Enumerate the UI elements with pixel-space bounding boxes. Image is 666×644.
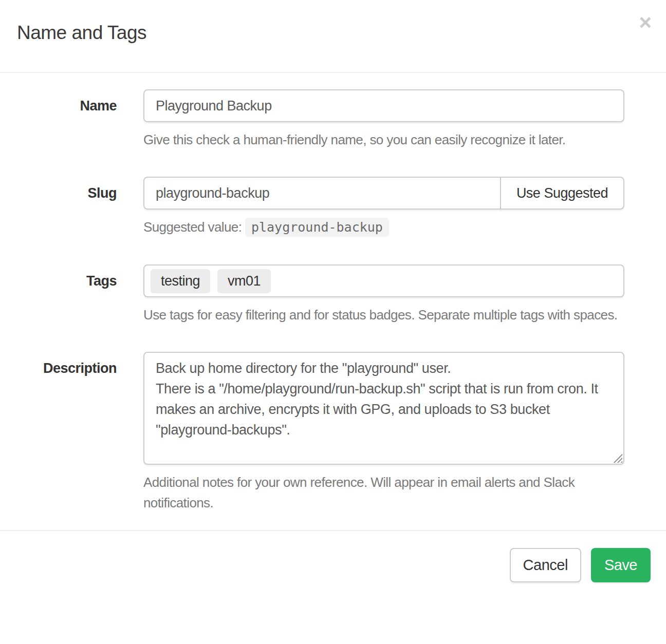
- description-help-text: Additional notes for your own reference.…: [143, 472, 624, 513]
- modal-footer: Cancel Save: [0, 530, 666, 598]
- suggested-value-chip: playground-backup: [245, 218, 389, 237]
- slug-input[interactable]: [143, 177, 501, 210]
- modal-title: Name and Tags: [17, 23, 645, 43]
- suggested-value-prefix: Suggested value:: [143, 219, 242, 235]
- close-icon[interactable]: ×: [639, 13, 652, 32]
- slug-help-text: Suggested value: playground-backup: [143, 217, 624, 238]
- tags-label: Tags: [21, 264, 117, 289]
- tag-pill[interactable]: testing: [151, 269, 210, 293]
- modal-body: Name Give this check a human-friendly na…: [0, 73, 666, 530]
- name-label: Name: [21, 89, 117, 114]
- tags-field-group: Tags testing vm01 Use tags for easy filt…: [21, 264, 645, 325]
- save-button[interactable]: Save: [591, 548, 651, 582]
- name-help-text: Give this check a human-friendly name, s…: [143, 129, 624, 150]
- cancel-button[interactable]: Cancel: [510, 548, 581, 582]
- slug-label: Slug: [21, 177, 117, 201]
- name-input[interactable]: [143, 89, 624, 122]
- tag-pill[interactable]: vm01: [217, 269, 271, 293]
- tags-input[interactable]: testing vm01: [143, 264, 624, 297]
- use-suggested-button[interactable]: Use Suggested: [500, 177, 624, 210]
- modal-header: Name and Tags ×: [0, 0, 666, 73]
- description-textarea[interactable]: Back up home directory for the "playgrou…: [143, 352, 624, 465]
- description-label: Description: [21, 352, 117, 376]
- name-field-group: Name Give this check a human-friendly na…: [21, 89, 645, 150]
- tags-help-text: Use tags for easy filtering and for stat…: [143, 305, 624, 325]
- slug-field-group: Slug Use Suggested Suggested value: play…: [21, 177, 645, 238]
- description-field-group: Description Back up home directory for t…: [21, 352, 645, 513]
